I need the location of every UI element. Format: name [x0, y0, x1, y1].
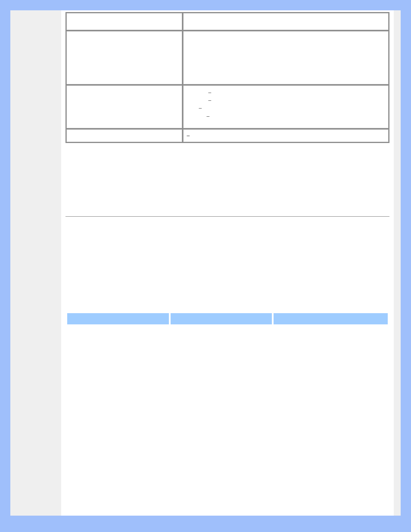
dash-icon: – [209, 89, 385, 96]
cell-key [66, 129, 182, 142]
scrollbar-track[interactable] [394, 10, 401, 516]
table-row: – – – – [66, 85, 389, 128]
header-bar [65, 311, 389, 326]
sidebar [10, 10, 61, 516]
dash-icon: – [207, 113, 385, 120]
table-row [66, 31, 389, 84]
dash-icon: – [199, 105, 385, 112]
cell-key [66, 31, 182, 84]
header-cell [67, 313, 169, 324]
cell-value [183, 13, 389, 30]
cell-value: – [183, 129, 389, 142]
data-table: – – – – – [65, 12, 389, 143]
header-cell [274, 313, 388, 324]
page-frame: – – – – – [10, 10, 401, 516]
cell-key [66, 85, 182, 128]
main-content: – – – – – [61, 10, 394, 516]
cell-value: – – – – [183, 85, 389, 128]
dash-icon: – [187, 132, 385, 139]
spacer [65, 143, 389, 216]
cell-key [66, 13, 182, 30]
table-row [66, 13, 389, 30]
spacer [65, 217, 389, 311]
cell-value [183, 31, 389, 84]
dash-icon: – [209, 97, 385, 104]
spacer [65, 326, 389, 498]
table-row: – [66, 129, 389, 142]
header-cell [171, 313, 272, 324]
